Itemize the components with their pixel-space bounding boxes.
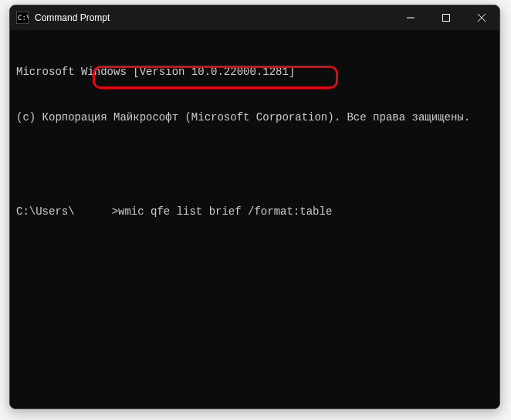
close-button[interactable] bbox=[464, 5, 499, 30]
maximize-button[interactable] bbox=[428, 5, 464, 30]
svg-rect-3 bbox=[443, 15, 450, 22]
command-text: wmic qfe list brief /format:table bbox=[118, 205, 332, 220]
copyright-line: (c) Корпорация Майкрософт (Microsoft Cor… bbox=[16, 110, 493, 126]
command-prompt-window: C:\ Command Prompt Microsoft Windows [Ve… bbox=[9, 5, 500, 409]
svg-text:C:\: C:\ bbox=[18, 14, 29, 22]
window-title: Command Prompt bbox=[35, 12, 393, 23]
terminal-area[interactable]: Microsoft Windows [Version 10.0.22000.12… bbox=[10, 30, 499, 408]
titlebar[interactable]: C:\ Command Prompt bbox=[10, 5, 499, 30]
prompt-path-prefix: C:\Users\ bbox=[16, 205, 75, 220]
redacted-username bbox=[75, 206, 112, 217]
prompt-suffix: > bbox=[112, 205, 118, 220]
cmd-icon: C:\ bbox=[16, 12, 29, 24]
blank-line bbox=[16, 156, 493, 171]
version-line: Microsoft Windows [Version 10.0.22000.12… bbox=[16, 65, 493, 80]
minimize-button[interactable] bbox=[393, 5, 428, 30]
prompt-line: C:\Users\>wmic qfe list brief /format:ta… bbox=[16, 205, 493, 220]
window-controls bbox=[393, 5, 499, 30]
